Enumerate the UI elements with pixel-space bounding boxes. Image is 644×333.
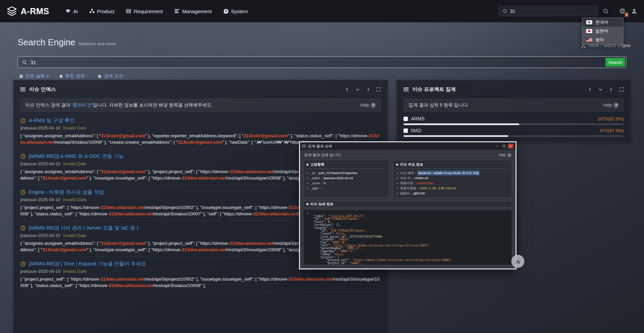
check-icon: ✓ <box>396 186 399 191</box>
app-logo[interactable]: A-RMS <box>6 5 49 17</box>
project-progress-fill <box>404 135 508 137</box>
language-button[interactable]: 3 <box>619 7 626 15</box>
detail-field: ✓최종수정:Invalid Date <box>396 181 509 186</box>
panel-next-button[interactable] <box>609 87 613 92</box>
project-agg-list: ARMS1075(52.5%)MAD972(47.5%) <box>404 113 624 137</box>
nav-item-requirement[interactable]: Requirement <box>126 8 163 14</box>
panel-collapse-button[interactable] <box>355 87 360 92</box>
nav-search <box>499 6 598 16</box>
issue-title-link[interactable]: Engine - 비회원 게시판 샘플 작업 <box>29 189 104 195</box>
issue-index-name: jiraissue-2025-04-10 <box>20 125 61 130</box>
menu-icon <box>20 88 25 91</box>
app-title: A-RMS <box>21 6 49 16</box>
language-option-영어[interactable]: 영어 <box>582 35 623 44</box>
field-value: Invalid Date <box>417 181 434 186</box>
panel-expand-button[interactable] <box>376 87 381 92</box>
modal-titlebar[interactable]: 검색 결과 상세 − × <box>300 142 515 150</box>
modal-window-controls: − × <box>495 144 513 148</box>
filter-추천-검색[interactable]: 추천 검색 : <box>59 73 87 79</box>
project-name: ARMS <box>411 116 424 121</box>
issue-title-link[interactable]: A-RMS 팀 구성 확인 <box>29 117 75 124</box>
project-checkbox[interactable] <box>404 117 408 121</box>
nav-item-system[interactable]: System <box>223 8 248 14</box>
nav-item-management[interactable]: Management <box>174 8 212 14</box>
detail-field: ✓이슈 제목:Backend - Middle Proxy Redis 추가와 … <box>396 170 509 175</box>
filter-모든-날짜[interactable]: 모든 날짜▾ <box>19 73 49 79</box>
modal-body: 검색 결과 상세 입니다. Help? 고정항목 ✓_id:puN_YZYBaK… <box>300 150 515 268</box>
agg-notice-text: 집계 결과 상위 5 항목 입니다. <box>409 102 469 108</box>
issue-index-name: jiraissue-2025-04-10 <box>20 161 61 166</box>
panel-prev-button[interactable] <box>345 87 349 92</box>
language-option-일본어[interactable]: 일본어 <box>582 27 623 35</box>
help-badge[interactable]: Help? <box>499 153 511 157</box>
search-icon <box>22 60 27 65</box>
panel-prev-button[interactable] <box>588 87 592 92</box>
clock-icon <box>20 154 26 159</box>
modal-close-button[interactable]: × <box>508 144 513 148</box>
field-label: 최종수정 <box>400 181 413 186</box>
agg-notice: 집계 결과 상위 5 항목 입니다. Help? <box>404 98 624 112</box>
help-badge[interactable]: Help? <box>603 103 619 108</box>
issue-index-name: jiraissue-2025-04-10 <box>20 233 61 238</box>
issue-detail-json[interactable]: { "index": "jiraissue-2025-04-23", "id":… <box>303 210 512 265</box>
scroll-top-button[interactable] <box>511 255 524 268</box>
project-checkbox[interactable] <box>404 128 408 133</box>
issue-date-status: Invalid Date <box>63 269 87 274</box>
window-icon <box>302 144 306 148</box>
field-value: gkfn185 <box>413 191 425 196</box>
nav-search-button[interactable] <box>602 7 610 15</box>
field-label: _type <box>310 186 318 191</box>
field-value: ARMS-20 <box>414 175 428 181</box>
project-count: 972(47.5%) <box>600 128 624 133</box>
result-count-link[interactable]: 총2047건 <box>73 102 92 108</box>
issue-title-link[interactable]: [ARMS-REQ] A-RMS 와 A-DOC 연동 기능 <box>29 153 124 160</box>
nav-item-label: Ai <box>73 8 77 14</box>
issue-date-status: Invalid Date <box>63 125 87 130</box>
panel-collapse-button[interactable] <box>598 87 603 92</box>
project-agg-header: 이슈 프로젝트 집계 <box>397 80 630 98</box>
issue-index-title: 이슈 인덱스 <box>20 86 56 93</box>
panel-next-button[interactable] <box>366 87 370 92</box>
filter-label: 모든 날짜 <box>25 73 45 79</box>
modal-minimize-button[interactable]: − <box>495 144 500 148</box>
language-option-한국어[interactable]: 한국어 <box>582 18 623 27</box>
search-button[interactable]: Search <box>605 58 625 67</box>
detail-field: ✓담당자:gkfn185 <box>396 191 509 196</box>
check-icon: ✓ <box>306 170 309 175</box>
nav-item-label: Requirement <box>134 8 163 14</box>
project-count: 1075(52.5%) <box>598 116 624 121</box>
issue-detail-section-header: 이슈 상세 정보 <box>303 201 512 208</box>
bullet-icon <box>396 164 398 166</box>
nav-item-ai[interactable]: Ai <box>65 8 77 14</box>
cubes-icon <box>89 8 95 14</box>
issue-title-link[interactable]: [ARMS-REQ] ( Time ) Expand 기능을 만들어 주세요 <box>29 261 146 267</box>
filter-검색-조건[interactable]: 검색 조건 : <box>97 73 126 79</box>
project-name: MAD <box>411 128 421 133</box>
issue-title-link[interactable]: [ARMS-REQ] 서버 관리 ( Server 모듈 및 IaC 등 ) <box>29 225 138 231</box>
language-label: 한국어 <box>595 19 608 25</box>
nav-item-product[interactable]: Product <box>89 8 115 14</box>
issue-meta: jiraissue-2025-04-10Invalid Date <box>20 125 381 130</box>
gear-icon <box>223 8 229 14</box>
language-dropdown: 한국어일본어영어 <box>582 18 623 45</box>
field-value: Backend - Middle Proxy Redis 추가와 작업 <box>417 170 480 175</box>
tasks-icon <box>174 8 180 14</box>
check-icon: ✓ <box>306 175 309 181</box>
home-icon <box>97 74 102 78</box>
panel-expand-button[interactable] <box>619 87 624 92</box>
search-input[interactable] <box>30 60 622 65</box>
main-menu: AiProductRequirementManagementSystem <box>65 8 248 14</box>
modal-subtitle: 검색 결과 상세 입니다. <box>304 152 342 158</box>
project-agg-row: MAD972(47.5%) <box>404 125 624 137</box>
detail-field: ✓_score:0 <box>306 181 387 186</box>
nav-search-input[interactable] <box>510 8 594 14</box>
help-badge[interactable]: Help? <box>360 103 376 108</box>
clock-icon <box>20 190 26 195</box>
search-filters: 모든 날짜▾추천 검색 :검색 조건 : <box>19 73 126 79</box>
user-button[interactable] <box>630 7 638 15</box>
language-count-badge: 3 <box>625 13 628 17</box>
flag-kr-icon <box>586 20 592 24</box>
question-icon: ? <box>371 103 376 108</box>
modal-maximize-button[interactable] <box>501 144 507 148</box>
field-label: _score <box>310 181 320 186</box>
